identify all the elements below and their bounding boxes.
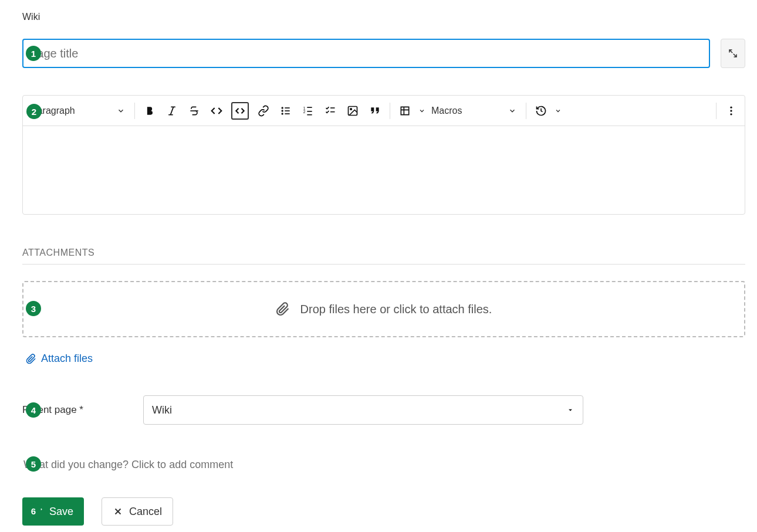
expand-icon (728, 48, 738, 59)
dropzone-text: Drop files here or click to attach files… (300, 303, 492, 316)
macros-select[interactable]: Macros (425, 100, 522, 121)
image-button[interactable] (342, 100, 364, 122)
more-vertical-icon (725, 105, 737, 117)
parent-page-select[interactable]: Wiki (143, 395, 583, 425)
step-badge-5: 5 (26, 456, 41, 472)
svg-rect-13 (307, 111, 312, 112)
step-badge-1: 1 (26, 46, 41, 61)
cancel-button[interactable]: Cancel (102, 497, 173, 526)
link-button[interactable] (252, 100, 275, 122)
close-icon (113, 506, 123, 517)
paperclip-icon (26, 354, 36, 364)
strikethrough-icon (188, 105, 200, 117)
chevron-down-icon (117, 107, 125, 115)
ordered-list-icon: 12 (302, 105, 314, 117)
table-button[interactable] (394, 100, 425, 122)
caret-down-icon (566, 406, 574, 414)
editor-toolbar: Paragraph (23, 96, 745, 126)
strikethrough-button[interactable] (183, 100, 205, 122)
chevron-down-icon (555, 107, 562, 114)
step-badge-2: 2 (26, 104, 42, 119)
code-icon (211, 105, 222, 117)
image-icon (347, 105, 359, 117)
svg-point-6 (282, 110, 283, 111)
step-badge-4: 4 (26, 402, 41, 418)
attach-files-link[interactable]: Attach files (26, 353, 93, 365)
attachment-dropzone[interactable]: Drop files here or click to attach files… (22, 281, 745, 337)
code-block-icon (234, 105, 246, 117)
save-button-label: Save (49, 506, 73, 518)
history-icon (535, 105, 547, 117)
separator (526, 103, 526, 119)
attach-link-label: Attach files (41, 353, 93, 365)
task-list-button[interactable] (319, 100, 342, 122)
parent-page-value: Wiki (152, 404, 172, 416)
svg-rect-9 (285, 113, 289, 114)
code-block-button[interactable] (231, 102, 249, 120)
bold-button[interactable] (138, 100, 161, 122)
chevron-down-icon (508, 107, 516, 115)
link-icon (258, 105, 269, 117)
inline-code-button[interactable] (205, 100, 228, 122)
italic-button[interactable] (161, 100, 183, 122)
history-button[interactable] (530, 100, 562, 122)
svg-point-21 (730, 113, 732, 115)
svg-point-20 (730, 110, 732, 111)
svg-point-4 (282, 107, 283, 109)
svg-point-18 (350, 108, 352, 110)
editor-content[interactable] (23, 126, 745, 214)
page-title-input[interactable] (22, 39, 710, 68)
change-comment-input[interactable] (22, 454, 745, 475)
quote-button[interactable] (364, 100, 386, 122)
svg-rect-5 (285, 107, 289, 109)
macros-select-label: Macros (431, 106, 462, 116)
step-badge-3: 3 (26, 301, 41, 316)
more-button[interactable] (720, 100, 742, 122)
svg-point-19 (730, 106, 732, 108)
svg-point-8 (282, 113, 283, 114)
bold-icon (144, 105, 156, 117)
table-icon (399, 105, 411, 117)
ordered-list-button[interactable]: 12 (297, 100, 319, 122)
svg-rect-11 (307, 107, 312, 108)
quote-icon (369, 105, 381, 117)
breadcrumb: Wiki (22, 12, 745, 22)
svg-rect-7 (285, 110, 289, 111)
bullet-list-button[interactable] (275, 100, 297, 122)
editor: 2 Paragraph (22, 95, 745, 215)
separator (716, 103, 717, 119)
separator (390, 103, 390, 119)
fullscreen-button[interactable] (721, 39, 745, 68)
svg-text:2: 2 (303, 110, 306, 114)
chevron-down-icon (418, 107, 425, 114)
italic-icon (166, 105, 178, 117)
svg-line-2 (171, 107, 174, 114)
paperclip-icon (276, 302, 290, 316)
separator (134, 103, 135, 119)
attachments-header: ATTACHMENTS (22, 248, 745, 265)
step-badge-6: 6 (26, 503, 41, 519)
cancel-button-label: Cancel (129, 506, 162, 518)
svg-rect-14 (307, 114, 312, 115)
bullet-list-icon (280, 105, 292, 117)
task-list-icon (325, 105, 336, 117)
